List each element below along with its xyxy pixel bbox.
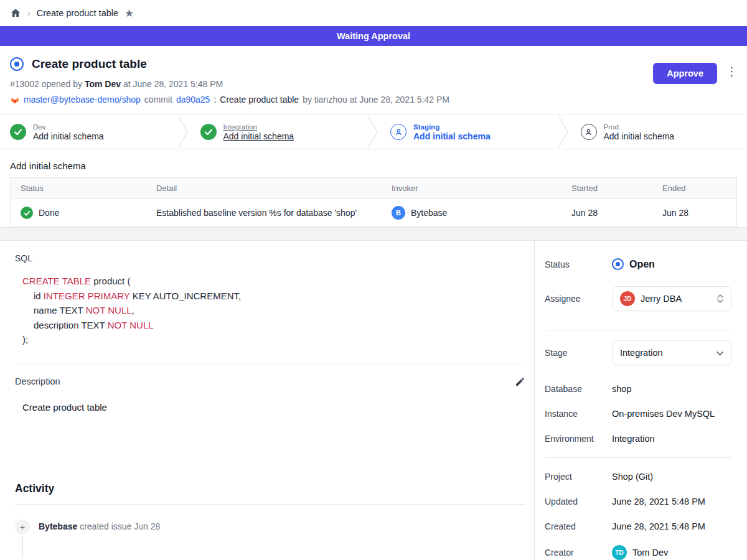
stage-env-label: Dev	[33, 123, 104, 131]
status-label: Status	[545, 259, 612, 269]
environment-value: Integration	[612, 434, 732, 444]
divider	[15, 504, 525, 505]
stage-separator-chevron	[557, 115, 571, 149]
stage-pending-person-icon	[390, 124, 406, 140]
activity-section-title: Activity	[15, 482, 525, 495]
assignee-avatar: JD	[620, 291, 635, 306]
activity-timeline: + Bytebase created issue Jun 28	[15, 520, 525, 560]
vcs-commit-message: Create product table	[220, 95, 299, 105]
sql-text: name TEXT	[34, 305, 86, 315]
col-started: Started	[561, 178, 652, 198]
activity-date: Jun 28	[134, 521, 160, 531]
database-label: Database	[545, 384, 612, 394]
created-value: June 28, 2021 5:48 PM	[612, 521, 732, 531]
chevron-down-icon	[716, 349, 724, 357]
task-section-title: Add initial schema	[10, 157, 737, 177]
home-icon[interactable]	[10, 7, 21, 19]
stage-item-staging[interactable]: Staging Add initial schema	[380, 115, 557, 149]
sql-text: description TEXT	[34, 320, 108, 330]
issue-meta-prefix: #13002 opened by	[10, 79, 82, 89]
vcs-commit-hash-link[interactable]: da90a25	[176, 95, 210, 105]
col-ended: Ended	[652, 178, 736, 198]
task-detail-text: Established baseline version %s for data…	[146, 201, 382, 225]
vcs-branch-link[interactable]: master@bytebase-demo/shop	[24, 95, 141, 105]
creator-label: Creator	[545, 548, 612, 558]
stage-item-dev[interactable]: Dev Add initial schema	[0, 115, 177, 149]
creator-value: Tom Dev	[632, 548, 668, 558]
sql-keyword: CREATE TABLE	[22, 276, 91, 286]
invoker-avatar: B	[392, 206, 405, 220]
issue-title: Create product table	[32, 57, 147, 71]
task-table-header: Status Detail Invoker Started Ended	[11, 178, 736, 199]
stage-value: Integration	[620, 348, 710, 358]
stage-select[interactable]: Integration	[612, 340, 732, 365]
issue-meta-suffix: at June 28, 2021 5:48 PM	[123, 79, 223, 89]
sql-code-block: CREATE TABLE product ( id INTEGER PRIMAR…	[22, 274, 525, 347]
section-separator-band	[0, 227, 747, 241]
breadcrumb-page-label[interactable]: Create product table	[37, 8, 118, 18]
plus-icon: +	[15, 520, 30, 534]
stage-task-label: Add initial schema	[33, 131, 104, 141]
breadcrumb: › Create product table ★	[0, 0, 747, 26]
stage-pipeline: Dev Add initial schema Integration Add i…	[0, 115, 747, 149]
activity-entry: Bytebase created issue Jun 28	[39, 521, 160, 531]
bytebase-issue-page: › Create product table ★ Waiting Approva…	[0, 0, 747, 560]
instance-value: On-premises Dev MySQL	[612, 409, 732, 419]
approve-button[interactable]: Approve	[653, 63, 717, 84]
stage-label: Stage	[545, 348, 612, 358]
project-label: Project	[545, 472, 612, 482]
issue-header: Create product table #13002 opened by To…	[0, 46, 747, 115]
assignee-value: Jerry DBA	[641, 294, 711, 304]
vcs-colon: :	[214, 95, 216, 105]
task-ended-date: Jun 28	[652, 201, 736, 225]
sql-text: product (	[91, 276, 130, 286]
sidebar-divider	[545, 330, 732, 330]
created-label: Created	[545, 521, 612, 531]
stage-item-integration[interactable]: Integration Add initial schema	[190, 115, 367, 149]
sql-keyword: INTEGER PRIMARY	[44, 291, 130, 301]
more-actions-menu-icon[interactable]: ⋮	[726, 65, 735, 78]
timeline-connector	[22, 536, 23, 557]
sql-section-label: SQL	[15, 253, 525, 263]
edit-pencil-icon[interactable]	[515, 376, 525, 387]
stage-separator-chevron	[177, 115, 190, 149]
approval-banner: Waiting Approval	[0, 26, 747, 46]
invoker-name: Bytebase	[411, 208, 447, 218]
issue-main-panel: SQL CREATE TABLE product ( id INTEGER PR…	[0, 241, 534, 560]
stage-pending-person-icon	[581, 124, 597, 140]
assignee-select[interactable]: JD Jerry DBA	[612, 286, 732, 311]
sql-keyword: NOT NULL	[86, 305, 132, 315]
sql-text: id	[34, 291, 44, 301]
issue-sidebar: Status Open Assignee JD Jerry DBA Stage	[534, 241, 747, 560]
description-text: Create product table	[22, 402, 525, 413]
vcs-commit-line: master@bytebase-demo/shop commit da90a25…	[10, 95, 737, 105]
done-check-icon	[21, 207, 33, 219]
issue-open-status-icon	[10, 57, 24, 71]
task-table: Status Detail Invoker Started Ended Done…	[10, 177, 737, 227]
status-value: Open	[629, 259, 655, 270]
gitlab-icon	[10, 95, 20, 105]
task-started-date: Jun 28	[561, 201, 652, 225]
task-section: Add initial schema Status Detail Invoker…	[0, 149, 747, 227]
vcs-commit-suffix: by tianzhou at June 28, 2021 5:42 PM	[303, 95, 449, 105]
stage-env-label: Prod	[604, 123, 675, 131]
chevron-right-icon: ›	[27, 8, 31, 18]
creator-avatar: TD	[612, 545, 627, 560]
stage-task-label: Add initial schema	[413, 131, 491, 141]
stage-task-label: Add initial schema	[223, 131, 294, 141]
updated-value: June 28, 2021 5:48 PM	[612, 497, 732, 506]
description-label: Description	[15, 376, 60, 386]
divider	[15, 363, 525, 364]
sql-text: KEY AUTO_INCREMENT,	[129, 291, 241, 301]
vcs-commit-word: commit	[144, 95, 172, 105]
approval-banner-text: Waiting Approval	[337, 31, 410, 41]
star-icon[interactable]: ★	[125, 8, 134, 19]
sidebar-divider	[545, 457, 732, 458]
issue-meta: #13002 opened by Tom Dev at June 28, 202…	[10, 79, 737, 89]
stage-item-prod[interactable]: Prod Add initial schema	[571, 115, 747, 149]
stage-done-check-icon	[200, 124, 217, 140]
col-status: Status	[11, 178, 146, 198]
activity-action: created issue	[80, 521, 131, 531]
sql-text: );	[22, 334, 28, 345]
updown-caret-icon	[716, 294, 724, 304]
